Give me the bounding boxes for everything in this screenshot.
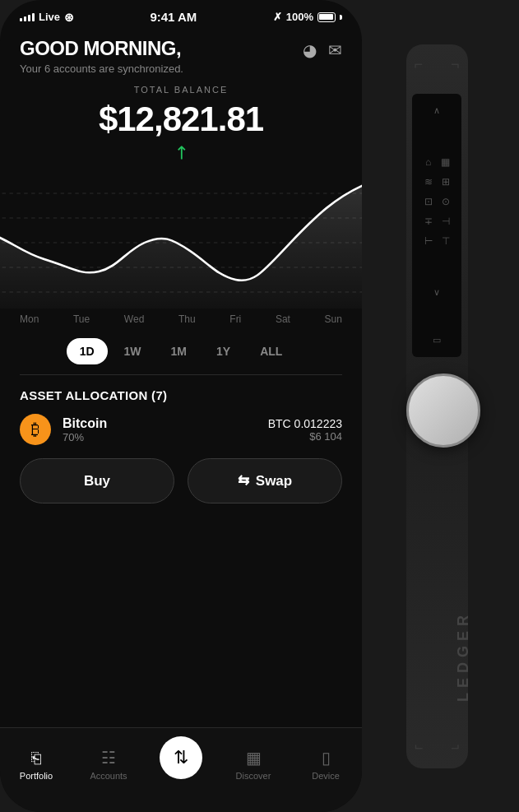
device-icon-8: ⊣ [441,216,450,227]
device-screen-icon-bottom: ▭ [433,335,441,346]
day-thu: Thu [178,313,196,325]
buy-label: Buy [84,473,110,490]
bluetooth-icon: ✗ [273,11,282,23]
discover-icon: ▦ [246,748,262,768]
buy-button[interactable]: Buy [20,458,174,503]
status-bar: Live ⊛ 9:41 AM ✗ 100% [0,0,362,29]
status-right: ✗ 100% [273,11,342,23]
balance-amount: $12,821.81 [20,100,342,139]
period-1m[interactable]: 1M [158,338,200,364]
device-icon-9: ⊢ [424,235,433,247]
action-buttons: Buy ⇆ Swap [20,458,342,503]
asset-percentage: 70% [63,431,257,443]
wifi-icon: ⊛ [64,11,74,24]
device-icon-4: ⊞ [441,176,450,188]
day-tue: Tue [73,313,90,325]
device-icon-6: ⊙ [441,196,450,207]
period-1w[interactable]: 1W [111,338,155,364]
day-sat: Sat [276,313,290,325]
greeting-title: GOOD MORNING, [20,37,183,60]
accounts-icon: ☷ [101,748,116,768]
period-1y[interactable]: 1Y [203,338,243,364]
device-icon-10: ⊤ [441,235,450,247]
nav-portfolio-label: Portfolio [20,771,53,781]
bracket-br: ⌐ [451,740,460,757]
asset-bitcoin[interactable]: ₿ Bitcoin 70% BTC 0.012223 $6 104 [20,414,342,445]
balance-label: TOTAL BALANCE [20,85,342,95]
nav-accounts-label: Accounts [90,771,127,781]
day-sun: Sun [325,313,342,325]
nav-discover[interactable]: ▦ Discover [217,748,290,781]
bitcoin-icon: ₿ [20,414,51,445]
transfer-button[interactable]: ⇅ [160,736,202,779]
phone-container: Live ⊛ 9:41 AM ✗ 100% GOOD MORNING, Your… [0,0,362,812]
device-icon-grid: ⌂ ▦ ≋ ⊞ ⊡ ⊙ ∓ ⊣ ⊢ ⊤ [420,153,453,250]
time-axis: Mon Tue Wed Thu Fri Sat Sun [20,309,342,333]
period-1d[interactable]: 1D [67,338,108,364]
device-down-arrow: ∨ [433,287,440,298]
battery-percent: 100% [286,11,313,23]
trend-up-arrow: ↗ [168,140,193,165]
device-icon-1: ⌂ [424,156,433,168]
asset-fiat-amount: $6 104 [268,430,342,443]
day-wed: Wed [124,313,144,325]
period-selector: 1D 1W 1M 1Y ALL [20,338,342,364]
chart-svg [0,169,362,309]
nav-center-item: ⇅ [145,736,217,792]
device-icon-2: ▦ [441,156,450,168]
bottom-navigation: ⎗ Portfolio ☷ Accounts ⇅ ▦ Discover ▯ De… [0,727,362,812]
device-body: ∧ ⌂ ▦ ≋ ⊞ ⊡ ⊙ ∓ ⊣ ⊢ ⊤ ∨ ▭ ⌐ ⌐ ⌐ ⌐ LEDGER [406,44,468,768]
day-fri: Fri [229,313,241,325]
device-wheel-button[interactable] [406,374,480,448]
swap-button[interactable]: ⇆ Swap [188,458,342,503]
device-screen: ∧ ⌂ ▦ ≋ ⊞ ⊡ ⊙ ∓ ⊣ ⊢ ⊤ ∨ ▭ [412,94,461,357]
bracket-bl: ⌐ [415,740,424,757]
balance-trend: ↗ [20,142,342,164]
signal-bars [20,13,35,21]
main-content: GOOD MORNING, Your 6 accounts are synchr… [0,29,362,164]
day-mon: Mon [20,313,39,325]
carrier-label: Live [39,11,60,23]
allocation-title: ASSET ALLOCATION (7) [20,388,342,402]
battery-icon [317,12,336,22]
asset-name: Bitcoin [63,416,257,431]
device-icon: ▯ [322,748,331,768]
transfer-icon: ⇅ [174,747,188,768]
bracket-tl: ⌐ [415,56,424,73]
bell-icon[interactable]: ✉ [328,40,342,60]
ledger-brand-text: LEDGER [455,610,472,702]
greeting-block: GOOD MORNING, Your 6 accounts are synchr… [20,37,183,75]
nav-portfolio[interactable]: ⎗ Portfolio [0,749,72,781]
nav-accounts[interactable]: ☷ Accounts [72,748,145,781]
nav-device[interactable]: ▯ Device [290,748,362,781]
asset-amounts: BTC 0.012223 $6 104 [268,417,342,443]
time-display: 9:41 AM [150,10,197,24]
device-icon-7: ∓ [424,216,433,227]
header-icons: ◕ ✉ [303,40,342,60]
chart-pie-icon[interactable]: ◕ [303,40,317,60]
swap-icon: ⇆ [238,472,249,490]
asset-info: Bitcoin 70% [63,416,257,443]
swap-label: Swap [256,473,292,490]
below-chart-content: Mon Tue Wed Thu Fri Sat Sun 1D 1W 1M 1Y … [0,309,362,503]
period-all[interactable]: ALL [247,338,295,364]
balance-section: TOTAL BALANCE $12,821.81 ↗ [20,85,342,164]
price-chart [0,169,362,309]
ledger-hardware-device: ∧ ⌂ ▦ ≋ ⊞ ⊡ ⊙ ∓ ⊣ ⊢ ⊤ ∨ ▭ ⌐ ⌐ ⌐ ⌐ LEDGER [363,0,511,812]
device-icon-5: ⊡ [424,196,433,207]
device-up-arrow: ∧ [433,105,440,116]
section-divider [20,374,342,375]
asset-crypto-amount: BTC 0.012223 [268,417,342,430]
status-left: Live ⊛ [20,11,74,24]
bracket-tr: ⌐ [451,56,460,73]
portfolio-icon: ⎗ [31,749,41,768]
header-section: GOOD MORNING, Your 6 accounts are synchr… [20,29,342,78]
nav-device-label: Device [312,771,340,781]
battery-tip [340,15,342,20]
nav-discover-label: Discover [236,771,271,781]
greeting-subtitle: Your 6 accounts are synchronized. [20,63,183,75]
device-icon-3: ≋ [424,176,433,188]
